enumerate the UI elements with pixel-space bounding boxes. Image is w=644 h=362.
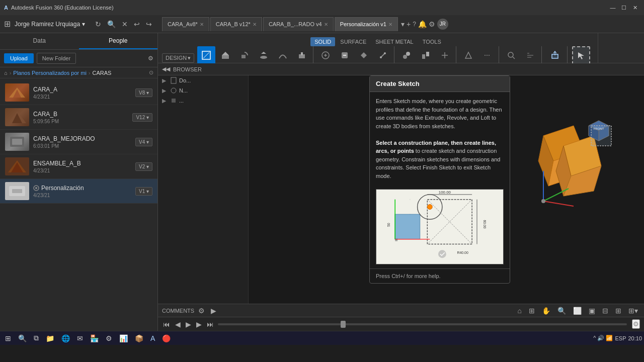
tab-add-button[interactable]: + (407, 19, 411, 30)
list-item[interactable]: CARA_B 5:09:56 PM V12 ▾ (0, 105, 157, 130)
create-sketch-button[interactable] (197, 46, 215, 64)
design-dropdown[interactable]: DESIGN ▾ (162, 53, 194, 63)
extrude-button[interactable] (216, 46, 234, 64)
tab-help-icon[interactable]: ? (413, 19, 416, 30)
revolve-button[interactable] (235, 46, 254, 64)
assemble-button-3[interactable] (436, 46, 454, 64)
view-home-button[interactable]: ⌂ (516, 306, 524, 316)
loft-button[interactable] (255, 46, 273, 64)
tree-item[interactable]: ▶ N... (158, 85, 248, 96)
view-zoom-button[interactable]: 🔍 (555, 306, 568, 316)
list-item[interactable]: CARA_B_MEJORADO 6:03:01 PM V4 ▾ (0, 130, 157, 154)
modify-button-4[interactable] (374, 46, 392, 64)
browser-toggle[interactable]: ◀◀ (162, 66, 170, 72)
tab-overflow-button[interactable]: ▾ (401, 19, 405, 30)
tab-cara-b-rado-close[interactable]: ✕ (324, 22, 328, 27)
undo-button[interactable]: ↩ (132, 19, 142, 29)
comments-settings-icon[interactable]: ⚙ (196, 306, 207, 316)
tab-cara-a[interactable]: CARA_Av8* ✕ (162, 17, 209, 31)
dropbox-taskbar-button[interactable]: 📦 (132, 333, 146, 343)
timeline-settings-icon[interactable]: ⚙ (632, 319, 640, 329)
file-version[interactable]: V12 ▾ (132, 113, 152, 122)
view-grid-button[interactable]: ⊞ (613, 306, 623, 316)
search-taskbar-button[interactable]: 🔍 (15, 333, 30, 343)
list-item[interactable]: ENSAMBLE_A_B 4/23/21 V2 ▾ (0, 154, 157, 179)
sweep-button[interactable] (274, 46, 292, 64)
inspect-button-1[interactable] (502, 46, 520, 64)
timeline-skip-start-button[interactable]: ⏮ (162, 319, 171, 329)
refresh-button[interactable]: ↻ (93, 19, 103, 29)
upload-button[interactable]: Upload (4, 53, 34, 63)
assemble-button-1[interactable] (397, 46, 416, 64)
search-button[interactable]: 🔍 (105, 19, 118, 29)
fusion-taskbar-button[interactable]: A (147, 333, 158, 343)
view-display-settings-button[interactable]: ⊟ (600, 306, 610, 316)
file-version[interactable]: V4 ▾ (135, 138, 152, 146)
start-button[interactable]: ⊞ (2, 333, 14, 343)
close-button[interactable]: ✕ (630, 3, 640, 13)
sidebar-tab-people[interactable]: People (79, 33, 158, 49)
insert-button-1[interactable] (546, 46, 564, 64)
mail-taskbar-button[interactable]: ✉ (74, 333, 86, 343)
tree-item[interactable]: ▶ Do... (158, 75, 248, 85)
browser-taskbar-button[interactable]: 🌐 (58, 333, 73, 343)
view-display-button[interactable]: ⊞ (527, 306, 537, 316)
comments-expand-icon[interactable]: ▶ (209, 306, 218, 316)
tab-settings-icon[interactable]: ⚙ (429, 19, 435, 30)
tab-personalizacion-close[interactable]: ✕ (388, 22, 392, 27)
assemble-button-2[interactable] (417, 46, 435, 64)
task-view-button[interactable]: ⧉ (31, 333, 42, 343)
list-item[interactable]: CARA_A 4/23/21 V8 ▾ (0, 80, 157, 105)
account-selector[interactable]: Jorge Ramirez Urquiaga ▾ (15, 21, 85, 28)
timeline-bar[interactable] (218, 323, 627, 325)
surface-tab[interactable]: SURFACE (336, 37, 370, 46)
select-button[interactable] (572, 46, 590, 64)
close-panel-button[interactable]: ✕ (120, 19, 130, 29)
view-pan-button[interactable]: ✋ (540, 306, 552, 316)
construct-button-1[interactable] (459, 46, 477, 64)
file-version[interactable]: V1 ▾ (135, 187, 152, 196)
modify-button-3[interactable] (355, 46, 373, 64)
modify-button-1[interactable] (316, 46, 335, 64)
tab-personalizacion[interactable]: Personalización v1 ✕ (335, 17, 398, 31)
breadcrumb-home-icon[interactable]: ⌂ (4, 70, 8, 76)
minimize-button[interactable]: — (608, 3, 618, 13)
construct-button-2[interactable] (478, 46, 497, 64)
timeline-thumb[interactable] (341, 321, 346, 328)
tab-notifications-icon[interactable]: 🔔 (418, 19, 427, 30)
store-taskbar-button[interactable]: 🏪 (87, 333, 102, 343)
breadcrumb-options-icon[interactable]: ⊙ (149, 69, 153, 76)
sheetmetal-tab[interactable]: SHEET METAL (371, 37, 417, 46)
task-manager-taskbar-button[interactable]: 📊 (116, 333, 131, 343)
modify-button-2[interactable] (336, 46, 354, 64)
grid-icon[interactable]: ⊞ (4, 19, 11, 29)
tools-tab[interactable]: TOOLS (419, 37, 445, 46)
timeline-skip-end-button[interactable]: ⏭ (206, 319, 215, 329)
solid-tab[interactable]: SOLID (310, 37, 335, 46)
maximize-button[interactable]: ☐ (619, 3, 629, 13)
new-folder-button[interactable]: New Folder (37, 53, 76, 64)
timeline-next-button[interactable]: ▶ (195, 319, 203, 329)
tree-item[interactable]: ▶ ... (158, 96, 248, 106)
inspect-button-2[interactable] (521, 46, 539, 64)
app-taskbar-button[interactable]: 🔴 (159, 333, 174, 343)
breadcrumb-parent[interactable]: Planos Personalizados por mi (13, 70, 87, 76)
view-section-button[interactable]: ▣ (587, 306, 597, 316)
file-version[interactable]: V8 ▾ (135, 88, 152, 97)
account-badge[interactable]: JR (437, 19, 448, 30)
redo-button[interactable]: ↪ (144, 19, 154, 29)
settings-taskbar-button[interactable]: ⚙ (103, 333, 115, 343)
tab-cara-a-close[interactable]: ✕ (200, 22, 204, 27)
rib-button[interactable] (293, 46, 311, 64)
file-explorer-taskbar-button[interactable]: 📁 (43, 333, 57, 343)
list-item[interactable]: Personalización 4/23/21 V1 ▾ (0, 179, 157, 204)
timeline-prev-button[interactable]: ◀ (174, 319, 182, 329)
tab-cara-b-rado[interactable]: CARA_B_...RADO v4 ✕ (263, 17, 334, 31)
sidebar-settings-icon[interactable]: ⚙ (148, 55, 153, 62)
timeline-play-button[interactable]: ▶ (185, 319, 192, 329)
view-more-button[interactable]: ⊞▾ (626, 306, 640, 316)
tab-cara-b-close[interactable]: ✕ (253, 22, 257, 27)
tab-cara-b[interactable]: CARA_B v12* ✕ (210, 17, 262, 31)
sidebar-tab-data[interactable]: Data (0, 33, 79, 49)
view-fit-button[interactable]: ⬜ (571, 306, 584, 316)
